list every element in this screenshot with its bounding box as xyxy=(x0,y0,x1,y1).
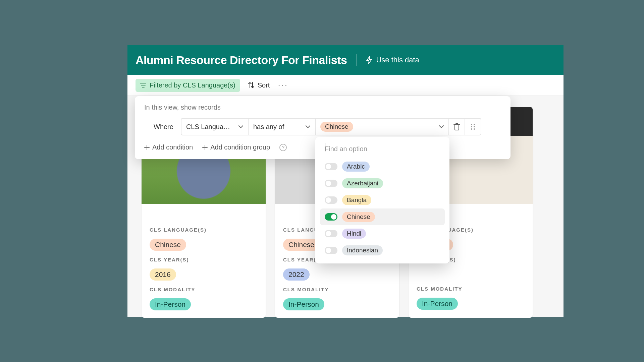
year-tag-empty xyxy=(417,268,525,280)
lightning-icon xyxy=(366,56,373,64)
filter-hint: In this view, show records xyxy=(144,104,501,111)
condition-value-select[interactable]: Chinese xyxy=(315,118,449,135)
add-condition-label: Add condition xyxy=(152,143,193,151)
sort-icon xyxy=(248,82,254,88)
condition-operator-value: has any of xyxy=(253,123,284,131)
svg-point-2 xyxy=(471,126,472,127)
app-header: Alumni Resource Directory For Finalists … xyxy=(127,45,564,75)
add-condition-button[interactable]: Add condition xyxy=(144,143,193,151)
option-toggle[interactable] xyxy=(325,230,337,237)
svg-point-1 xyxy=(474,124,475,125)
use-this-data-label: Use this data xyxy=(376,56,419,64)
delete-condition-button[interactable] xyxy=(449,118,465,135)
condition-value-tag: Chinese xyxy=(320,122,353,132)
chevron-down-icon xyxy=(306,125,310,128)
page-title: Alumni Resource Directory For Finalists xyxy=(136,54,347,67)
option-indonesian[interactable]: Indonesian xyxy=(320,242,445,259)
option-tag: Hindi xyxy=(342,229,366,239)
chevron-down-icon xyxy=(238,125,243,128)
options-list: ArabicAzerbaijaniBanglaChineseHindiIndon… xyxy=(320,158,445,259)
field-label-modality: CLS MODALITY xyxy=(417,286,525,292)
option-tag: Chinese xyxy=(342,212,375,222)
where-label: Where xyxy=(154,123,173,131)
language-tag: Chinese xyxy=(150,239,186,251)
drag-condition-handle[interactable] xyxy=(465,118,481,135)
plus-icon xyxy=(144,145,150,150)
option-tag: Azerbaijani xyxy=(342,178,383,188)
svg-point-5 xyxy=(474,128,475,130)
help-icon[interactable]: ? xyxy=(279,144,287,151)
option-search-input[interactable] xyxy=(320,143,445,158)
option-toggle[interactable] xyxy=(325,180,337,187)
add-condition-group-button[interactable]: Add condition group xyxy=(202,143,270,151)
svg-point-4 xyxy=(471,128,472,130)
filter-condition-row: Where CLS Langua… has any of Chinese xyxy=(144,118,501,135)
option-toggle[interactable] xyxy=(325,213,337,221)
chevron-down-icon xyxy=(439,125,444,128)
svg-point-3 xyxy=(474,126,475,127)
content-area: CLS LANGUAGE(S) Chinese CLS YEAR(S) 2016… xyxy=(127,96,564,317)
filter-icon xyxy=(140,82,146,88)
condition-operator-select[interactable]: has any of xyxy=(248,118,315,135)
option-arabic[interactable]: Arabic xyxy=(320,158,445,175)
modality-tag: In-Person xyxy=(150,298,191,310)
use-this-data-button[interactable]: Use this data xyxy=(366,56,419,64)
card-body: CLS LANGUAGE(S) Chinese CLS YEAR(S) 2016… xyxy=(142,204,266,318)
option-tag: Arabic xyxy=(342,162,370,172)
text-cursor xyxy=(325,143,325,152)
field-label-modality: CLS MODALITY xyxy=(150,287,258,292)
option-hindi[interactable]: Hindi xyxy=(320,225,445,242)
condition-field-value: CLS Langua… xyxy=(186,123,230,131)
view-toolbar: Filtered by CLS Language(s) Sort ··· xyxy=(127,75,564,96)
filter-value-options-popover: ArabicAzerbaijaniBanglaChineseHindiIndon… xyxy=(315,137,449,263)
field-label-year: CLS YEAR(S) xyxy=(150,257,258,262)
modality-tag: In-Person xyxy=(283,298,324,310)
trash-icon xyxy=(453,123,460,130)
option-toggle[interactable] xyxy=(325,163,337,170)
sort-label: Sort xyxy=(258,81,270,89)
card-name xyxy=(150,212,258,221)
add-condition-group-label: Add condition group xyxy=(210,143,270,151)
year-tag: 2022 xyxy=(283,268,310,281)
header-divider xyxy=(356,54,357,66)
slide-canvas: Alumni Resource Directory For Finalists … xyxy=(80,45,564,317)
option-tag: Bangla xyxy=(342,195,371,205)
option-chinese[interactable]: Chinese xyxy=(320,208,445,225)
app-window: Alumni Resource Directory For Finalists … xyxy=(127,45,564,317)
option-tag: Indonesian xyxy=(342,245,383,255)
svg-point-0 xyxy=(471,124,472,125)
language-tag: Chinese xyxy=(283,239,320,251)
option-bangla[interactable]: Bangla xyxy=(320,192,445,208)
filter-chip[interactable]: Filtered by CLS Language(s) xyxy=(136,79,240,92)
field-label-language: CLS LANGUAGE(S) xyxy=(150,227,258,233)
option-azerbaijani[interactable]: Azerbaijani xyxy=(320,175,445,192)
filter-chip-label: Filtered by CLS Language(s) xyxy=(150,81,235,89)
more-menu-button[interactable]: ··· xyxy=(278,80,288,90)
drag-handle-icon xyxy=(470,123,476,130)
year-tag: 2016 xyxy=(150,268,176,281)
option-toggle[interactable] xyxy=(325,247,337,254)
modality-tag: In-Person xyxy=(417,298,458,310)
plus-icon xyxy=(202,145,208,150)
field-label-modality: CLS MODALITY xyxy=(283,287,391,292)
sort-button[interactable]: Sort xyxy=(248,81,270,89)
condition-field-select[interactable]: CLS Langua… xyxy=(181,118,248,135)
option-toggle[interactable] xyxy=(325,196,337,204)
